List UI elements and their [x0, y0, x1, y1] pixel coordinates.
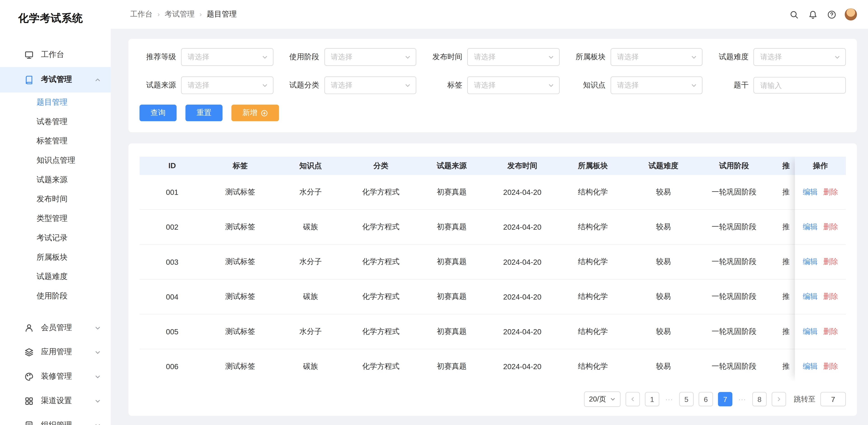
page-button-1[interactable]: 1	[645, 392, 659, 406]
breadcrumb-workbench[interactable]: 工作台	[130, 9, 153, 20]
exam-submenu: 题目管理试卷管理标签管理知识点管理试题来源发布时间类型管理考试记录所属板块试题难…	[0, 92, 111, 306]
chevron-down-icon	[95, 325, 101, 331]
filter-field: 知识点请选择	[569, 77, 703, 94]
filter-select-3[interactable]: 请选择	[611, 48, 703, 66]
delete-link[interactable]: 删除	[823, 187, 838, 197]
chevron-down-icon	[548, 54, 554, 60]
cell-section: 结构化学	[557, 187, 628, 197]
delete-link[interactable]: 删除	[823, 222, 838, 232]
cell-id: 002	[140, 223, 205, 231]
breadcrumb-exam-management[interactable]: 考试管理	[165, 9, 195, 20]
breadcrumb-separator: ›	[158, 11, 160, 18]
sidebar-subitem[interactable]: 考试记录	[0, 228, 111, 247]
reset-button[interactable]: 重置	[185, 105, 222, 121]
cell-stage: 一轮巩固阶段	[699, 222, 770, 232]
filter-select-8[interactable]: 请选择	[611, 77, 703, 94]
bell-icon[interactable]	[807, 9, 818, 20]
page-ellipsis: ···	[737, 396, 747, 402]
table-row: 001测试标签水分子化学方程式初赛真题2024-04-20结构化学较易一轮巩固阶…	[140, 175, 803, 210]
filter-field: 推荐等级请选择	[140, 48, 273, 66]
cell-difficulty: 较易	[628, 257, 699, 267]
filter-select-6[interactable]: 请选择	[324, 77, 416, 94]
sidebar-item-exam-management[interactable]: 考试管理	[0, 67, 111, 92]
sidebar-subitem[interactable]: 类型管理	[0, 209, 111, 228]
sidebar-subitem[interactable]: 所属板块	[0, 247, 111, 267]
chevron-down-icon	[95, 349, 101, 355]
avatar[interactable]	[845, 8, 857, 21]
cell-knowledge: 碳族	[276, 222, 346, 232]
chevron-down-icon	[405, 82, 411, 88]
filter-select-2[interactable]: 请选择	[467, 48, 559, 66]
sidebar-subitem[interactable]: 试题来源	[0, 170, 111, 189]
filter-label: 使用阶段	[283, 52, 319, 62]
delete-link[interactable]: 删除	[823, 257, 838, 267]
filter-select-7[interactable]: 请选择	[467, 77, 559, 94]
page-button-5[interactable]: 5	[679, 392, 694, 406]
page-button-8[interactable]: 8	[752, 392, 767, 406]
sidebar-subitem[interactable]: 标签管理	[0, 131, 111, 151]
sidebar-subitem[interactable]: 使用阶段	[0, 286, 111, 306]
cell-knowledge: 水分子	[276, 327, 346, 337]
filter-select-5[interactable]: 请选择	[181, 77, 273, 94]
edit-link[interactable]: 编辑	[803, 257, 817, 267]
select-placeholder: 请选择	[617, 52, 639, 62]
filter-select-1[interactable]: 请选择	[324, 48, 416, 66]
delete-link[interactable]: 删除	[823, 362, 838, 371]
jump-page-input[interactable]	[820, 392, 846, 406]
cell-stage: 一轮巩固阶段	[699, 362, 770, 371]
filter-select-0[interactable]: 请选择	[181, 48, 273, 66]
grid-icon	[24, 396, 34, 405]
cell-section: 结构化学	[557, 292, 628, 302]
add-button[interactable]: 新增	[231, 105, 279, 121]
table-base: ID标签知识点分类试题来源发布时间所属板块试题难度试用阶段推001测试标签水分子…	[140, 157, 846, 381]
query-button[interactable]: 查询	[140, 105, 177, 121]
prev-page-button[interactable]	[625, 392, 640, 406]
breadcrumb-current: 题目管理	[207, 9, 237, 20]
page-size-select[interactable]: 20/页	[584, 391, 620, 407]
help-icon[interactable]	[826, 9, 837, 20]
sidebar-item-member-management[interactable]: 会员管理	[0, 315, 111, 340]
sidebar-subitem[interactable]: 试卷管理	[0, 112, 111, 131]
sidebar-item-channel-settings[interactable]: 渠道设置	[0, 389, 111, 413]
filter-field: 试题难度请选择	[712, 48, 846, 66]
page-button-7[interactable]: 7	[718, 392, 733, 406]
edit-link[interactable]: 编辑	[803, 292, 817, 302]
sidebar-subitem[interactable]: 试题难度	[0, 267, 111, 286]
cell-id: 003	[140, 258, 205, 266]
filter-field: 试题来源请选择	[140, 77, 273, 94]
cell-category: 化学方程式	[345, 187, 416, 197]
sidebar-item-org-management[interactable]: 组织管理	[0, 413, 111, 425]
sidebar-item-app-management[interactable]: 应用管理	[0, 340, 111, 364]
page-button-6[interactable]: 6	[699, 392, 713, 406]
filter-field: 题干	[712, 77, 846, 94]
cell-difficulty: 较易	[628, 327, 699, 337]
select-placeholder: 请选择	[760, 52, 782, 62]
edit-link[interactable]: 编辑	[803, 362, 817, 371]
edit-link[interactable]: 编辑	[803, 327, 817, 337]
cell-difficulty: 较易	[628, 222, 699, 232]
next-page-button[interactable]	[772, 392, 786, 406]
cell-knowledge: 碳族	[276, 362, 346, 371]
sidebar-subitem[interactable]: 发布时间	[0, 189, 111, 209]
delete-link[interactable]: 删除	[823, 327, 838, 337]
cell-publish: 2024-04-20	[487, 258, 557, 266]
sidebar-subitem[interactable]: 知识点管理	[0, 151, 111, 170]
sidebar-item-label: 应用管理	[41, 347, 72, 357]
palette-icon	[24, 372, 34, 381]
cell-section: 结构化学	[557, 327, 628, 337]
sidebar-item-decoration-management[interactable]: 装修管理	[0, 364, 111, 389]
sidebar-subitem[interactable]: 题目管理	[0, 92, 111, 112]
filter-input-9[interactable]	[754, 77, 846, 93]
filter-select-4[interactable]: 请选择	[754, 48, 846, 66]
edit-link[interactable]: 编辑	[803, 222, 817, 232]
edit-link[interactable]: 编辑	[803, 187, 817, 197]
cell-stage: 一轮巩固阶段	[699, 327, 770, 337]
plus-circle-icon	[260, 110, 268, 117]
filter-field: 所属板块请选择	[569, 48, 703, 66]
sidebar-item-workbench[interactable]: 工作台	[0, 43, 111, 67]
delete-link[interactable]: 删除	[823, 292, 838, 302]
table-row: 004测试标签碳族化学方程式初赛真题2024-04-20结构化学较易一轮巩固阶段…	[140, 280, 803, 314]
filter-label: 推荐等级	[140, 52, 176, 62]
search-icon[interactable]	[788, 9, 799, 20]
sidebar-item-label: 渠道设置	[41, 396, 72, 406]
